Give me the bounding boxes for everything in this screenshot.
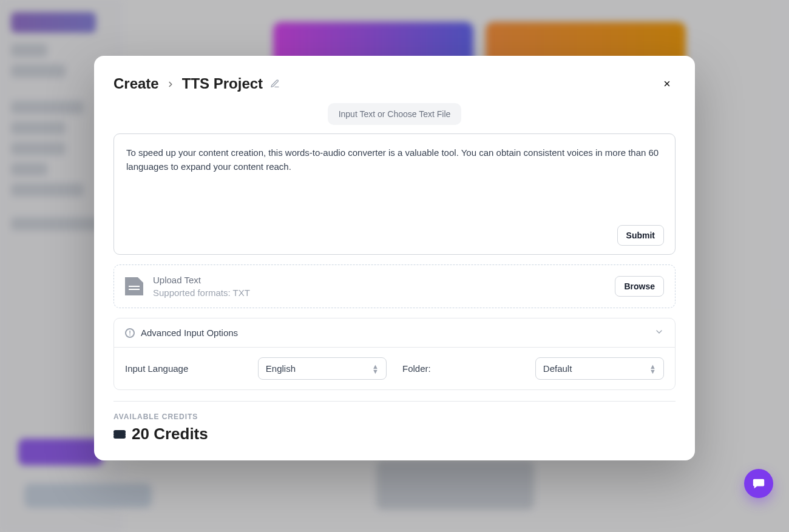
folder-label: Folder: bbox=[402, 363, 520, 374]
input-language-label: Input Language bbox=[125, 363, 242, 374]
close-icon bbox=[663, 79, 671, 88]
chevron-down-icon bbox=[654, 327, 664, 338]
chevron-right-icon bbox=[166, 75, 175, 92]
upload-subtitle: Supported formats: TXT bbox=[153, 286, 605, 299]
credits-value: 20 Credits bbox=[132, 425, 208, 443]
browse-button[interactable]: Browse bbox=[615, 276, 664, 297]
close-button[interactable] bbox=[659, 75, 676, 92]
folder-select[interactable]: Default ▲▼ bbox=[535, 357, 664, 380]
select-caret-icon: ▲▼ bbox=[372, 364, 379, 374]
upload-title: Upload Text bbox=[153, 274, 605, 286]
edit-icon[interactable] bbox=[270, 75, 280, 92]
chat-fab[interactable] bbox=[744, 469, 773, 498]
text-input[interactable] bbox=[125, 145, 664, 218]
input-language-value: English bbox=[266, 363, 296, 374]
coins-icon bbox=[113, 430, 126, 439]
breadcrumb-root[interactable]: Create bbox=[113, 75, 159, 92]
advanced-options-panel: ! Advanced Input Options Input Language … bbox=[113, 318, 676, 390]
credits-row: 20 Credits bbox=[113, 425, 676, 443]
breadcrumb-current: TTS Project bbox=[182, 75, 263, 92]
create-tts-project-modal: Create TTS Project Input Text or Choose … bbox=[94, 56, 695, 460]
breadcrumb: Create TTS Project bbox=[113, 75, 280, 92]
folder-value: Default bbox=[543, 363, 572, 374]
upload-dropzone[interactable]: Upload Text Supported formats: TXT Brows… bbox=[113, 264, 676, 308]
info-icon: ! bbox=[125, 328, 135, 338]
chat-icon bbox=[752, 477, 765, 490]
credits-label: AVAILABLE CREDITS bbox=[113, 412, 676, 421]
advanced-options-toggle[interactable]: ! Advanced Input Options bbox=[114, 318, 675, 348]
file-icon bbox=[125, 277, 143, 295]
text-input-box: Submit bbox=[113, 133, 676, 255]
input-mode-chip[interactable]: Input Text or Choose Text File bbox=[328, 103, 462, 125]
select-caret-icon: ▲▼ bbox=[649, 364, 656, 374]
divider bbox=[113, 401, 676, 402]
input-language-select[interactable]: English ▲▼ bbox=[258, 357, 387, 380]
advanced-options-title: Advanced Input Options bbox=[141, 328, 238, 338]
submit-button[interactable]: Submit bbox=[617, 225, 664, 246]
